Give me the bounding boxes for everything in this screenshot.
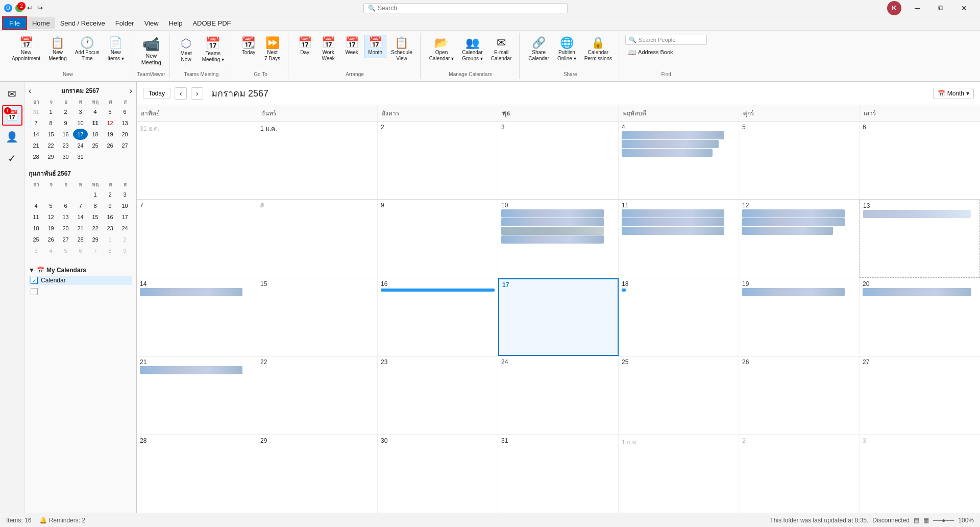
feb-w2-d3[interactable]: 6 (58, 200, 73, 211)
calendar-checkbox[interactable]: ✓ (31, 277, 38, 284)
schedule-view-button[interactable]: 📋 ScheduleView (387, 35, 416, 64)
menu-adobe-pdf[interactable]: ADOBE PDF (187, 17, 236, 29)
cell-jan-2[interactable]: 2 (378, 122, 498, 199)
cell-jan-7[interactable]: 7 (137, 200, 257, 277)
cal-next-button[interactable]: › (191, 87, 203, 100)
cell-jan-16[interactable]: 16 (378, 278, 498, 356)
feb-w2-d1[interactable]: 4 (29, 200, 43, 211)
feb-w5-d1[interactable]: 25 (29, 234, 43, 245)
jan-w5-d2[interactable]: 29 (43, 151, 58, 162)
feb-w5-d5[interactable]: 29 (88, 234, 103, 245)
teamviewer-meeting-button[interactable]: 📹 NewMeeting (138, 35, 165, 68)
cell-jan-8[interactable]: 8 (257, 200, 378, 277)
feb-w6-d6[interactable]: 8 (103, 245, 117, 256)
cell-feb-2[interactable]: 2 (739, 435, 860, 513)
week-button[interactable]: 📅 Week (340, 35, 363, 58)
calendar-item-main[interactable]: ✓ Calendar (29, 276, 132, 285)
jan-w4-d6[interactable]: 26 (103, 140, 117, 151)
feb-w5-d7[interactable]: 2 (117, 234, 132, 245)
feb-w3-d4[interactable]: 14 (73, 211, 88, 223)
nav-calendar[interactable]: 1 📅 (2, 105, 22, 126)
feb-w3-d7[interactable]: 17 (117, 211, 132, 223)
feb-w6-d5[interactable]: 7 (88, 245, 103, 256)
feb-w4-d7[interactable]: 24 (117, 223, 132, 234)
jan-w2-d1[interactable]: 7 (29, 117, 43, 129)
cal-today-button[interactable]: Today (143, 88, 170, 99)
event-jan19-1[interactable] (742, 288, 845, 296)
feb-w2-d6[interactable]: 9 (103, 200, 117, 211)
jan-w4-d1[interactable]: 21 (29, 140, 43, 151)
minimize-button[interactable]: ─ (905, 0, 929, 16)
jan-w4-d7[interactable]: 27 (117, 140, 132, 151)
cell-jan-15[interactable]: 15 (257, 278, 378, 356)
cell-jan-24[interactable]: 24 (498, 356, 619, 434)
jan-w3-d2[interactable]: 15 (43, 129, 58, 140)
cell-jan-26[interactable]: 26 (739, 356, 860, 434)
feb-w2-d4[interactable]: 7 (73, 200, 88, 211)
nav-mail[interactable]: ✉ (2, 84, 22, 104)
cell-jan-5[interactable]: 5 (739, 122, 860, 199)
event-jan12-1[interactable] (742, 209, 845, 218)
feb-w5-d6[interactable]: 1 (103, 234, 117, 245)
feb-w4-d6[interactable]: 23 (103, 223, 117, 234)
menu-file[interactable]: File (2, 16, 27, 30)
event-jan14-1[interactable] (140, 288, 242, 296)
jan-w3-d3[interactable]: 16 (58, 129, 73, 140)
jan-w2-d2[interactable]: 8 (43, 117, 58, 129)
jan-w1-d2[interactable]: 1 (43, 106, 58, 117)
cell-jan-9[interactable]: 9 (378, 200, 498, 277)
nav-tasks[interactable]: ✓ (2, 148, 22, 169)
cell-jan-31[interactable]: 31 (498, 435, 619, 513)
cell-jan-11[interactable]: 11 (619, 200, 739, 277)
event-jan16-bar[interactable] (381, 289, 495, 292)
feb-w5-d4[interactable]: 28 (73, 234, 88, 245)
event-jan21-1[interactable] (140, 366, 242, 374)
feb-w1-d6[interactable]: 2 (103, 189, 117, 200)
cell-jan-6[interactable]: 6 (860, 122, 980, 199)
cell-jan-1[interactable]: 1 ม.ค. (257, 122, 378, 199)
cell-jan-25[interactable]: 25 (619, 356, 739, 434)
event-jan11-1[interactable] (622, 209, 724, 218)
feb-w3-d5[interactable]: 15 (88, 211, 103, 223)
feb-w4-d3[interactable]: 20 (58, 223, 73, 234)
mini-cal-next-button[interactable]: › (130, 86, 132, 95)
new-meeting-button[interactable]: 📋 NewMeeting (45, 35, 70, 64)
event-jan20-1[interactable] (863, 288, 971, 296)
feb-w2-d7[interactable]: 10 (117, 200, 132, 211)
cell-jan-18[interactable]: 18 (619, 278, 739, 356)
feb-w1-d5[interactable]: 1 (88, 189, 103, 200)
menu-view[interactable]: View (139, 17, 164, 29)
calendar-permissions-button[interactable]: 🔒 CalendarPermissions (581, 35, 616, 64)
event-jan11-2[interactable] (622, 218, 724, 226)
event-jan10-2[interactable] (501, 218, 604, 226)
cell-jan-12[interactable]: 12 (739, 200, 860, 277)
cell-jan-4[interactable]: 4 (619, 122, 739, 199)
feb-w3-d1[interactable]: 11 (29, 211, 43, 223)
event-jan12-2[interactable] (742, 218, 845, 226)
event-jan4-2[interactable] (622, 140, 719, 148)
jan-w5-d1[interactable]: 28 (29, 151, 43, 162)
meet-now-button[interactable]: ⬡ MeetNow (175, 35, 198, 65)
cell-feb-1[interactable]: 1 ก.พ. (619, 435, 739, 513)
add-focus-time-button[interactable]: 🕐 Add FocusTime (71, 35, 103, 64)
open-calendar-button[interactable]: 📂 OpenCalendar ▾ (426, 35, 457, 64)
new-items-button[interactable]: 📄 NewItems ▾ (104, 35, 128, 64)
close-button[interactable]: ✕ (952, 0, 976, 16)
jan-w3-d7[interactable]: 20 (117, 129, 132, 140)
feb-w5-d2[interactable]: 26 (43, 234, 58, 245)
jan-w3-d4-today[interactable]: 17 (73, 129, 88, 140)
feb-w6-d7[interactable]: 9 (117, 245, 132, 256)
feb-w2-d2[interactable]: 5 (43, 200, 58, 211)
cell-jan-27[interactable]: 27 (860, 356, 980, 434)
cell-jan-28[interactable]: 28 (137, 435, 257, 513)
next-7-days-button[interactable]: ⏩ Next7 Days (261, 35, 284, 64)
zoom-slider[interactable]: ──●── (933, 517, 954, 524)
calendar-groups-button[interactable]: 👥 CalendarGroups ▾ (458, 35, 486, 64)
month-button[interactable]: 📅 Month (364, 35, 386, 58)
menu-home[interactable]: Home (27, 17, 55, 29)
jan-w2-d7[interactable]: 13 (117, 117, 132, 129)
jan-w3-d6[interactable]: 19 (103, 129, 117, 140)
menu-help[interactable]: Help (164, 17, 188, 29)
jan-w4-d5[interactable]: 25 (88, 140, 103, 151)
jan-w1-d4[interactable]: 3 (73, 106, 88, 117)
